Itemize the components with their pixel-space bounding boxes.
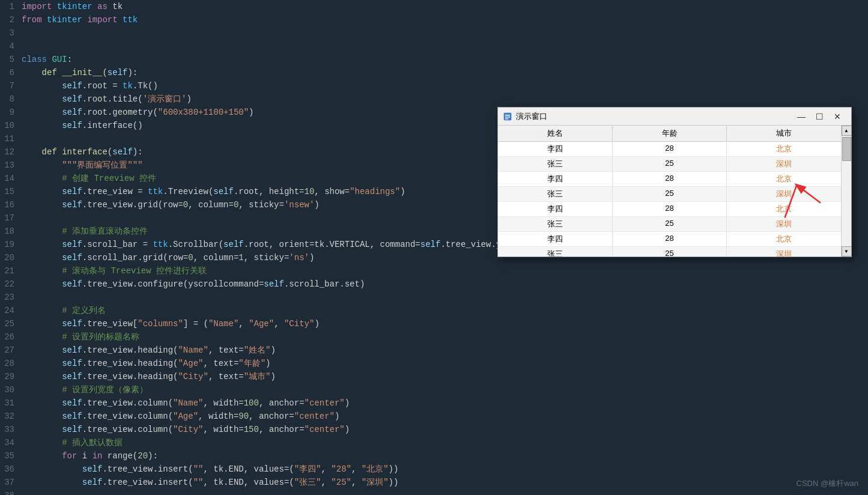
token: "center" [294,411,335,421]
token: ) [314,200,319,210]
token: self [420,240,441,249]
treeview[interactable]: 姓名年龄城市 李四28北京张三25深圳李四28北京张三25深圳李四28北京张三2… [498,126,841,257]
token: .scroll_bar.set) [284,279,365,289]
token [22,306,62,315]
scroll-down-button[interactable]: ▼ [842,246,852,257]
treeview-row[interactable]: 李四28北京 [498,202,841,217]
token: "City" [284,319,314,329]
token: , anchor= [259,425,305,434]
scroll-up-button[interactable]: ▲ [842,126,852,136]
line-content: for i in range(20): [22,449,868,463]
token: .tree_view.configure(yscrollcommand= [82,279,264,289]
token: import [22,2,57,11]
code-line: 2from tkinter import ttk [0,13,868,26]
treeview-row[interactable]: 李四28北京 [498,142,841,157]
token [22,160,62,170]
token: # 滚动条与 Treeview 控件进行关联 [62,266,207,276]
scroll-thumb[interactable] [842,137,851,161]
token: , show= [314,187,350,196]
token: "center" [305,425,345,434]
token: interface [62,147,108,157]
line-number: 25 [0,317,22,330]
token: self [22,240,82,249]
line-number: 14 [0,172,22,185]
token: "Name" [173,398,203,408]
line-number: 29 [0,370,22,383]
treeview-cell: 张三 [498,187,613,201]
token: .tree_view.heading( [82,372,178,381]
token: GUI [52,55,67,64]
token: .tree_view.grid(row= [82,200,183,210]
token: ttk [153,240,168,249]
treeview-row[interactable]: 李四28北京 [498,172,841,187]
token: ] = ( [183,319,208,329]
vertical-scrollbar[interactable]: ▲ ▼ [841,126,851,257]
token: ) [249,108,253,117]
token: ) [345,425,350,434]
token: .tree_view.column( [82,398,173,408]
window-icon [503,112,512,121]
token: , [274,319,284,329]
close-button[interactable]: ✕ [828,110,846,123]
token: , text= [203,359,238,368]
line-content [22,40,868,53]
token: self [22,372,82,381]
token: .tree_view.column( [82,411,173,421]
code-line: 23 [0,291,868,304]
svg-rect-2 [505,117,510,118]
token: self [22,200,82,210]
token: "28" [331,464,351,474]
svg-rect-3 [505,118,508,120]
line-number: 16 [0,198,22,211]
token: class [22,55,52,64]
treeview-row[interactable]: 张三25深圳 [498,247,841,257]
line-content: self.tree_view.heading("Age", text="年龄") [22,357,868,370]
line-number: 23 [0,291,22,304]
token: 100 [244,398,259,408]
line-number: 24 [0,304,22,317]
line-content: # 定义列名 [22,304,868,317]
line-content: import tkinter as tk [22,0,868,13]
token: self [22,319,82,329]
token: 90 [238,411,249,421]
token: ) [186,94,191,104]
token: "张三" [294,478,321,487]
treeview-row[interactable]: 李四28北京 [498,232,841,247]
token: in [93,451,108,461]
token: ) [266,359,270,368]
token: "Name" [178,345,208,355]
token: "城市" [244,372,271,381]
treeview-header-cell: 城市 [727,126,841,141]
treeview-row[interactable]: 张三25深圳 [498,217,841,232]
token: for [62,451,82,461]
line-content: self.tree_view.insert("", tk.END, values… [22,463,868,476]
treeview-cell: 深圳 [727,247,841,257]
token: .Treeview( [163,187,213,196]
line-content: # 插入默认数据 [22,436,868,449]
treeview-row[interactable]: 张三25深圳 [498,157,841,172]
treeview-row[interactable]: 张三25深圳 [498,187,841,202]
minimize-button[interactable]: — [792,110,810,123]
line-number: 36 [0,463,22,476]
token: , column= [193,253,239,263]
token: self [22,187,82,196]
line-number: 13 [0,159,22,172]
token: "深圳" [362,478,389,487]
code-line: 4 [0,40,868,53]
line-number: 12 [0,145,22,159]
code-line: 34 # 插入默认数据 [0,436,868,449]
token [22,266,62,276]
gui-titlebar: 演示窗口 — ☐ ✕ [498,108,851,126]
line-number: 7 [0,79,22,93]
line-content: self.tree_view["columns"] = ("Name", "Ag… [22,317,868,330]
token: , [351,464,362,474]
treeview-cell: 28 [613,232,727,246]
token: tkinter [47,15,82,25]
line-number: 27 [0,344,22,357]
token: self [22,121,82,130]
token: "headings" [350,187,400,196]
code-line: 38 [0,489,868,495]
maximize-button[interactable]: ☐ [810,110,828,123]
token: .Tk() [133,81,158,91]
token: "City" [173,425,203,434]
